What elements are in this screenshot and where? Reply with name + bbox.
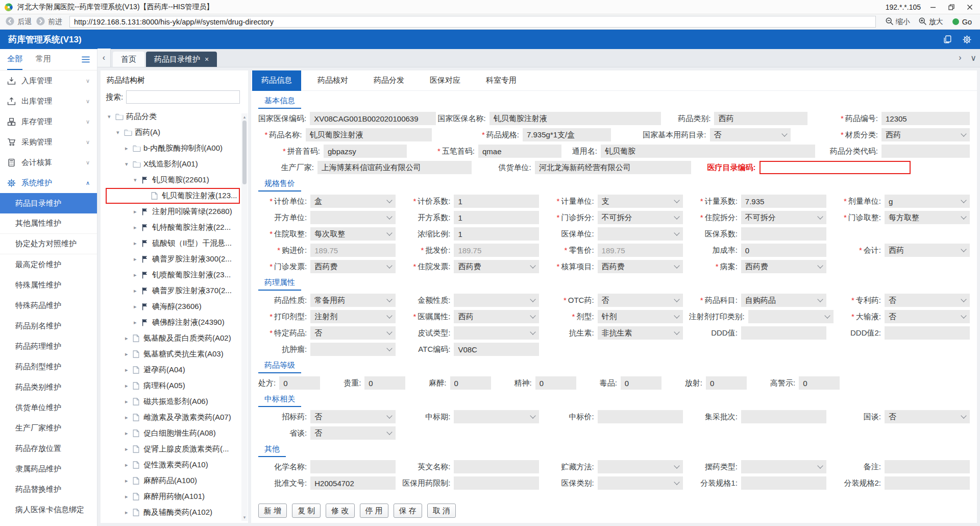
field-select[interactable]: g <box>885 195 970 208</box>
field-select[interactable]: 非抗生素 <box>598 326 683 340</box>
tab-home[interactable]: 首页 <box>113 52 144 67</box>
field-input[interactable]: gbpazsy <box>324 145 407 158</box>
field-select[interactable]: 注射剂 <box>310 310 396 323</box>
sidebar-group-inbound[interactable]: 入库管理∨ <box>0 70 97 91</box>
field-select[interactable]: 否 <box>885 410 970 423</box>
tree-item[interactable]: ▾X线造影剂(A01) <box>106 156 240 172</box>
chevron-right-icon[interactable]: ▸ <box>134 208 141 215</box>
sidebar-item-supplier[interactable]: 供货单位维护 <box>0 397 97 418</box>
field-select[interactable] <box>310 343 396 356</box>
chevron-right-icon[interactable]: ▸ <box>125 335 133 342</box>
tree-item[interactable]: ▸钆喷酸葡胺注射液(23... <box>106 267 240 283</box>
field-input[interactable]: 钆贝葡胺注射液 <box>306 128 432 141</box>
tree-item[interactable]: ▸注射用吲哚菁绿(22680) <box>106 204 240 220</box>
scrollbar-thumb[interactable] <box>242 121 247 184</box>
tree-item[interactable]: ▾西药(A) <box>106 125 240 140</box>
field-input[interactable] <box>885 460 970 473</box>
field-input[interactable] <box>760 161 911 174</box>
field-input[interactable]: 0 <box>741 244 826 257</box>
field-input[interactable] <box>885 326 970 340</box>
chevron-down-icon[interactable]: ▾ <box>116 129 124 136</box>
sidebar-group-system[interactable]: 系统维护∧ <box>0 173 97 193</box>
field-select[interactable] <box>454 294 539 307</box>
cancel-button[interactable]: 取 消 <box>427 504 456 518</box>
sidebar-item-storage-location[interactable]: 药品存放位置 <box>0 438 97 459</box>
sidebar-tab-common[interactable]: 常用 <box>36 49 51 70</box>
tree-item[interactable]: ▸硫酸钡（II型）干混悬... <box>106 235 240 251</box>
sidebar-item-insurance-card-binding[interactable]: 病人医保卡信息绑定 <box>0 499 97 520</box>
field-input[interactable] <box>598 410 683 423</box>
close-tab-icon[interactable]: × <box>205 55 209 63</box>
minimize-button[interactable] <box>927 2 939 13</box>
field-select[interactable] <box>310 211 396 224</box>
sidebar-group-purchase[interactable]: 采购管理∨ <box>0 132 97 152</box>
field-select[interactable] <box>598 227 683 241</box>
field-input[interactable]: 1 <box>454 227 539 241</box>
chevron-right-icon[interactable]: ▸ <box>134 288 141 294</box>
tree-item[interactable]: ▾药品分类 <box>106 109 240 125</box>
chevron-right-icon[interactable]: ▸ <box>125 462 133 468</box>
field-select[interactable]: 盒 <box>310 195 396 208</box>
chevron-right-icon[interactable]: ▸ <box>125 382 133 389</box>
chevron-right-icon[interactable]: ▸ <box>125 430 133 437</box>
chevron-right-icon[interactable]: ▸ <box>125 351 133 357</box>
field-select[interactable]: 西药费 <box>741 260 826 273</box>
field-input[interactable]: 0 <box>450 376 491 390</box>
tree-item[interactable]: ▸b-内酰胺酶抑制剂(A00) <box>106 140 240 156</box>
sidebar-item-subordinate-drugs[interactable]: 隶属药品维护 <box>0 459 97 479</box>
field-select[interactable]: 否 <box>885 294 970 307</box>
chevron-right-icon[interactable]: ▸ <box>134 224 141 231</box>
field-select[interactable]: 每方取整 <box>885 211 970 224</box>
field-select[interactable]: 西药费 <box>310 260 396 273</box>
sidebar-item-drug-pharmacology[interactable]: 药品药理维护 <box>0 336 97 356</box>
tree-item[interactable]: ▸避孕药(A04) <box>106 362 240 378</box>
sidebar-item-drug-directory[interactable]: 药品目录维护 <box>0 193 97 213</box>
scroll-down-icon[interactable]: ▾ <box>243 515 246 520</box>
field-select[interactable]: 西药 <box>454 310 539 323</box>
field-select[interactable] <box>741 460 826 473</box>
tree-item[interactable]: ▸酶及辅酶类药(A102) <box>106 505 240 520</box>
sidebar-group-outbound[interactable]: 出库管理∨ <box>0 91 97 111</box>
field-select[interactable]: 西药费 <box>454 260 539 273</box>
pages-icon[interactable] <box>943 35 952 44</box>
field-select[interactable]: 否 <box>310 426 396 440</box>
tree-item[interactable]: ▸病理科(A05) <box>106 378 240 394</box>
field-input[interactable]: 0 <box>799 376 840 390</box>
menu-icon[interactable] <box>82 56 90 63</box>
field-select[interactable]: 每次取整 <box>310 227 396 241</box>
field-select[interactable] <box>598 476 683 490</box>
field-input[interactable] <box>741 227 826 241</box>
field-select[interactable]: 否 <box>310 326 396 340</box>
field-input[interactable] <box>454 476 539 490</box>
chevron-right-icon[interactable]: ▸ <box>125 398 133 405</box>
add-button[interactable]: 新 增 <box>258 504 287 518</box>
field-input[interactable]: 0 <box>706 376 747 390</box>
field-select[interactable]: 西药 <box>881 128 970 141</box>
field-input[interactable] <box>741 476 826 490</box>
sidebar-item-drug-replacement[interactable]: 药品替换维护 <box>0 479 97 499</box>
field-input[interactable] <box>454 460 539 473</box>
form-tab-drug-info[interactable]: 药品信息 <box>252 70 301 91</box>
field-select[interactable]: 针剂 <box>598 310 683 323</box>
chevron-right-icon[interactable]: ▸ <box>125 493 133 500</box>
field-select[interactable] <box>454 410 539 423</box>
field-select[interactable] <box>598 460 683 473</box>
field-input[interactable]: 189.75 <box>310 244 396 257</box>
field-select[interactable] <box>454 326 539 340</box>
form-tab-dept-special[interactable]: 科室专用 <box>477 70 526 91</box>
disable-button[interactable]: 停 用 <box>360 504 388 518</box>
field-input[interactable] <box>885 476 970 490</box>
tree-item[interactable]: ▸氨基酸及蛋白质类药(A02) <box>106 330 240 346</box>
field-input[interactable]: H20054702 <box>310 476 396 490</box>
field-input[interactable]: 0 <box>621 376 662 390</box>
field-input[interactable]: qmae <box>478 145 561 158</box>
modify-button[interactable]: 修 改 <box>326 504 354 518</box>
field-input[interactable]: 7.935 <box>741 195 826 208</box>
chevron-down-icon[interactable]: ▾ <box>108 113 115 120</box>
sidebar-item-protocol-prescription[interactable]: 协定处方对照维护 <box>0 234 97 254</box>
chevron-right-icon[interactable]: ▸ <box>125 414 133 421</box>
collapse-panel-button[interactable]: ‹ <box>97 49 111 67</box>
chevron-down-icon[interactable]: ▾ <box>125 161 133 168</box>
field-input[interactable]: 0 <box>279 376 320 390</box>
tree-item[interactable]: ▸磁共振造影剂(A06) <box>106 394 240 410</box>
